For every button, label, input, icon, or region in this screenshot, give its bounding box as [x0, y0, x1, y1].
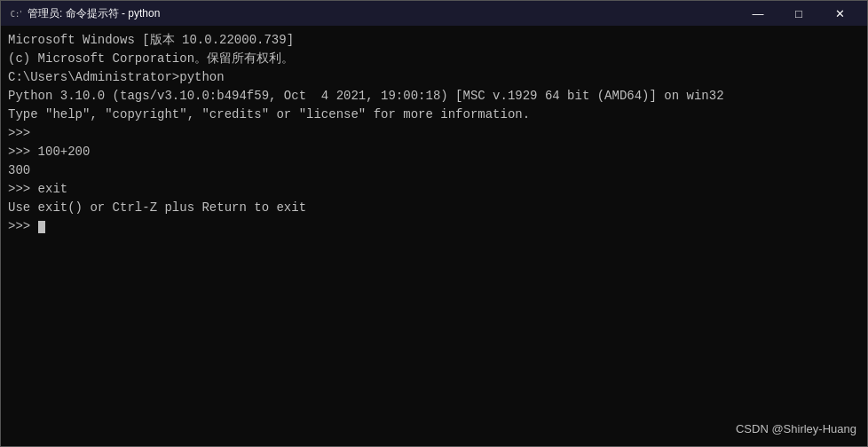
cursor: [38, 221, 45, 233]
terminal-line-2: (c) Microsoft Corporation。保留所有权利。: [8, 50, 860, 68]
terminal-prompt-last: >>>: [8, 217, 860, 236]
terminal-line-8: >>> 100+200: [8, 143, 860, 161]
cmd-icon: C:\: [8, 6, 22, 20]
terminal-line-5: Python 3.10.0 (tags/v3.10.0:b494f59, Oct…: [8, 87, 860, 106]
cmd-window: C:\ 管理员: 命令提示符 - python — □ ✕ Microsoft …: [0, 0, 868, 447]
terminal-line-10: >>> exit: [8, 180, 860, 199]
title-bar: C:\ 管理员: 命令提示符 - python — □ ✕: [1, 1, 867, 26]
minimize-button[interactable]: —: [738, 1, 778, 26]
window-title: 管理员: 命令提示符 - python: [28, 6, 738, 21]
terminal-line-6: Type "help", "copyright", "credits" or "…: [8, 106, 860, 124]
svg-text:C:\: C:\: [11, 10, 21, 19]
terminal-body[interactable]: Microsoft Windows [版本 10.0.22000.739] (c…: [1, 26, 867, 446]
terminal-line-1: Microsoft Windows [版本 10.0.22000.739]: [8, 31, 860, 50]
window-controls: — □ ✕: [738, 1, 860, 26]
close-button[interactable]: ✕: [819, 1, 860, 26]
terminal-line-4: C:\Users\Administrator>python: [8, 68, 860, 87]
watermark: CSDN @Shirley-Huang: [736, 420, 856, 438]
terminal-line-9: 300: [8, 161, 860, 180]
maximize-button[interactable]: □: [778, 1, 819, 26]
terminal-line-7: >>>: [8, 124, 860, 143]
terminal-line-11: Use exit() or Ctrl-Z plus Return to exit: [8, 199, 860, 217]
